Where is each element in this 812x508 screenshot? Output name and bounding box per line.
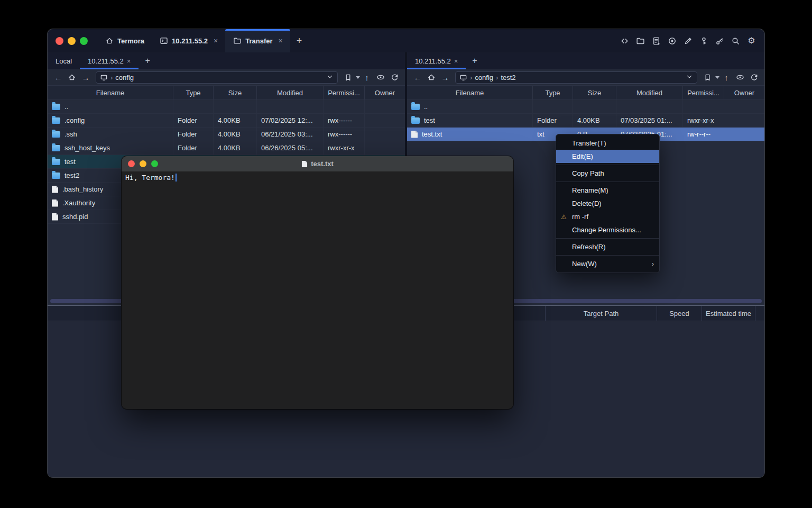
show-hidden-icon[interactable] <box>374 71 387 84</box>
close-icon[interactable]: × <box>279 37 283 45</box>
column-header-type[interactable]: Type <box>173 86 214 99</box>
menu-item-rename[interactable]: Rename(M) <box>556 184 659 197</box>
filename: sshd.pid <box>62 213 88 221</box>
tab-label: Local <box>56 57 72 65</box>
left-table-header: Filename Type Size Modified Permissi... … <box>48 85 405 100</box>
log-icon[interactable] <box>652 37 661 46</box>
refresh-icon[interactable] <box>747 71 761 84</box>
tab-transfer[interactable]: Transfer × <box>225 29 290 52</box>
back-icon[interactable]: ← <box>51 71 65 84</box>
file-icon <box>52 213 58 221</box>
tab-label: 10.211.55.2 <box>172 37 208 45</box>
folder-icon <box>52 104 60 110</box>
menu-item-delete[interactable]: Delete(D) <box>556 197 659 210</box>
forward-icon[interactable]: → <box>79 71 93 84</box>
column-header-size[interactable]: Size <box>214 86 257 99</box>
minimize-window-button[interactable] <box>140 160 146 167</box>
menu-item-rm-rf[interactable]: ⚠ rm -rf <box>556 210 659 223</box>
column-header-filename[interactable]: Filename <box>407 86 533 99</box>
bookmark-caret-icon[interactable] <box>356 76 360 79</box>
chevron-down-icon[interactable] <box>326 73 334 81</box>
menu-item-transfer[interactable]: Transfer(T) <box>556 137 659 150</box>
tab-termora[interactable]: Termora <box>97 29 152 52</box>
menu-item-copy-path[interactable]: Copy Path <box>556 167 659 180</box>
breadcrumb-separator: › <box>496 74 498 81</box>
add-panel-tab-button[interactable]: + <box>139 52 156 69</box>
close-icon[interactable]: × <box>127 57 131 65</box>
editor-title-text: test.txt <box>311 160 334 168</box>
settings-icon[interactable]: ⚙ <box>747 37 756 46</box>
tab-terminal-10-211-55-2[interactable]: 10.211.55.2 × <box>152 29 225 52</box>
file-row[interactable]: .. <box>48 100 405 114</box>
column-header-type[interactable]: Type <box>533 86 573 99</box>
tab-local[interactable]: Local <box>48 52 80 69</box>
bookmark-icon[interactable] <box>700 71 714 84</box>
folder-icon <box>411 104 420 110</box>
upload-icon[interactable]: ↑ <box>719 71 733 84</box>
column-header-modified[interactable]: Modified <box>616 86 683 99</box>
column-header-filename[interactable]: Filename <box>48 86 173 99</box>
refresh-icon[interactable] <box>387 71 401 84</box>
new-tab-button[interactable]: + <box>290 35 309 47</box>
back-icon[interactable]: ← <box>411 71 425 84</box>
text-cursor <box>176 174 177 182</box>
column-header-speed[interactable]: Speed <box>657 306 702 321</box>
menu-item-new[interactable]: New(W) › <box>556 257 659 270</box>
right-path-input[interactable]: › config › test2 <box>455 71 697 84</box>
keychain-icon[interactable] <box>715 37 724 46</box>
code-icon[interactable] <box>620 37 629 46</box>
menu-item-change-permissions[interactable]: Change Permissions... <box>556 223 659 237</box>
file-row[interactable]: .config Folder 4.00KB 07/02/2025 12:... … <box>48 114 405 128</box>
menu-item-edit[interactable]: Edit(E) <box>556 150 659 163</box>
column-header-permissions[interactable]: Permissi... <box>324 86 365 99</box>
key-icon[interactable] <box>699 37 708 46</box>
breadcrumb-segment[interactable]: config <box>475 74 493 81</box>
add-panel-tab-button[interactable]: + <box>466 52 483 69</box>
filename: test2 <box>64 171 79 179</box>
upload-icon[interactable]: ↑ <box>360 71 374 84</box>
file-row[interactable]: .. <box>407 100 764 114</box>
home-icon <box>105 37 114 46</box>
close-window-button[interactable] <box>128 160 135 167</box>
breadcrumb-segment[interactable]: config <box>115 74 134 81</box>
chevron-down-icon[interactable] <box>686 73 693 81</box>
breadcrumb-segment[interactable]: test2 <box>501 74 515 81</box>
computer-icon <box>459 74 467 81</box>
file-row[interactable]: .ssh Folder 4.00KB 06/21/2025 03:... rwx… <box>48 128 405 141</box>
search-icon[interactable] <box>731 37 740 46</box>
column-header-target-path[interactable]: Target Path <box>545 306 657 321</box>
file-row[interactable]: test Folder 4.00KB 07/03/2025 01:... rwx… <box>407 114 764 128</box>
column-header-estimated-time[interactable]: Estimated time <box>702 306 755 321</box>
pencil-icon[interactable] <box>684 37 693 46</box>
bookmark-icon[interactable] <box>341 71 355 84</box>
zoom-window-button[interactable] <box>80 37 88 45</box>
tab-label: 10.211.55.2 <box>415 57 451 65</box>
column-header-modified[interactable]: Modified <box>257 86 324 99</box>
minimize-window-button[interactable] <box>68 37 76 45</box>
column-header-permissions[interactable]: Permissi... <box>683 86 724 99</box>
folder-icon[interactable] <box>636 37 645 46</box>
tab-label: Transfer <box>245 37 272 45</box>
menu-separator <box>556 165 659 165</box>
editor-content[interactable]: Hi, Termora! <box>122 171 513 184</box>
tab-remote-10-211-55-2[interactable]: 10.211.55.2 × <box>407 52 466 69</box>
bookmark-caret-icon[interactable] <box>715 76 719 79</box>
file-row[interactable]: ssh_host_keys Folder 4.00KB 06/26/2025 0… <box>48 141 405 155</box>
menu-item-refresh[interactable]: Refresh(R) <box>556 240 659 253</box>
home-icon[interactable] <box>65 71 79 84</box>
file-icon <box>302 160 308 167</box>
home-icon[interactable] <box>425 71 438 84</box>
record-icon[interactable] <box>668 37 677 46</box>
column-header-owner[interactable]: Owner <box>724 86 764 99</box>
filename: .. <box>424 103 428 111</box>
close-icon[interactable]: × <box>454 57 458 65</box>
zoom-window-button[interactable] <box>151 160 158 167</box>
close-icon[interactable]: × <box>214 37 218 45</box>
tab-remote-10-211-55-2[interactable]: 10.211.55.2 × <box>80 52 139 69</box>
close-window-button[interactable] <box>56 37 63 45</box>
column-header-owner[interactable]: Owner <box>365 86 405 99</box>
column-header-size[interactable]: Size <box>573 86 616 99</box>
left-path-input[interactable]: › config <box>96 71 338 84</box>
forward-icon[interactable]: → <box>438 71 452 84</box>
show-hidden-icon[interactable] <box>733 71 747 84</box>
